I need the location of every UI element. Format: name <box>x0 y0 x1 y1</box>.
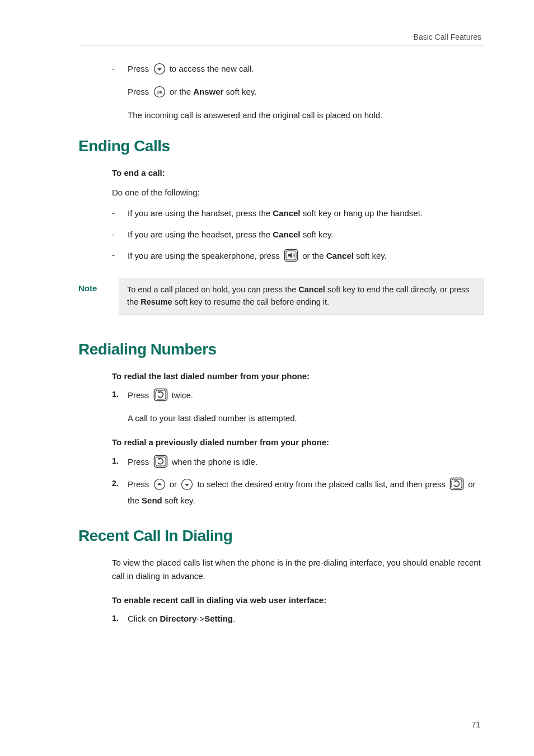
redial-sub2: To redial a previously dialed number fro… <box>112 436 484 449</box>
text: or the <box>170 87 194 96</box>
recent-paragraph: To view the placed calls list when the p… <box>112 556 484 582</box>
redial-button-icon <box>449 477 464 494</box>
heading-redialing-numbers: Redialing Numbers <box>78 340 484 358</box>
text: Press <box>128 64 152 73</box>
resume-softkey-label: Resume <box>140 297 172 306</box>
up-arrow-icon <box>153 478 166 494</box>
ok-button-icon <box>153 86 166 101</box>
step-number: 1. <box>112 389 119 401</box>
intro-line2: Press or the Answer soft key. <box>128 85 484 101</box>
redial-sub1: To redial the last dialed number from yo… <box>112 370 484 382</box>
step-number: 1. <box>112 455 119 468</box>
text: twice. <box>172 390 193 400</box>
recent-subheading: To enable recent call in dialing via web… <box>112 594 484 606</box>
text: . <box>233 614 235 623</box>
recent-body: To view the placed calls list when the p… <box>112 556 484 625</box>
text: Press <box>128 457 152 466</box>
header-title: Basic Call Features <box>414 32 481 41</box>
ending-item-headset: If you are using the headset, press the … <box>112 228 484 241</box>
intro-line3: The incoming call is answered and the or… <box>128 109 484 122</box>
text: soft key to resume the call before endin… <box>172 297 329 306</box>
text: If you are using the headset, press the <box>128 230 273 239</box>
redial1-result: A call to your last dialed number is att… <box>128 412 484 424</box>
redial2-step1: 1. Press when the phone is idle. <box>112 455 484 472</box>
heading-recent-call-in-dialing: Recent Call In Dialing <box>78 527 484 545</box>
text: If you are using the handset, press the <box>128 208 273 218</box>
text: -> <box>196 614 204 623</box>
cancel-softkey-label: Cancel <box>326 251 354 260</box>
ending-calls-body: To end a call: Do one of the following: … <box>112 166 484 265</box>
text: If you are using the speakerphone, press <box>128 251 282 260</box>
down-arrow-icon <box>153 63 166 78</box>
text: to access the new call. <box>170 64 254 73</box>
note-body: To end a call placed on hold, you can pr… <box>119 278 484 315</box>
text: Press <box>128 87 152 96</box>
text: soft key. <box>354 251 387 260</box>
answer-softkey-label: Answer <box>193 87 223 96</box>
text: when the phone is idle. <box>172 457 257 466</box>
ending-lead: Do one of the following: <box>112 186 484 199</box>
text: soft key. <box>226 87 257 96</box>
text: Click on <box>128 614 160 623</box>
redial2-step2: 2. Press or to select the desired entry … <box>112 477 484 507</box>
redial-body: To redial the last dialed number from yo… <box>112 370 484 507</box>
intro-item: Press to access the new call. Press or t… <box>112 62 484 122</box>
redial1-step1: 1. Press twice. A call to your last dial… <box>112 388 484 425</box>
redial-button-icon <box>153 388 168 405</box>
ending-item-speakerphone: If you are using the speakerphone, press… <box>112 249 484 265</box>
note-box: Note To end a call placed on hold, you c… <box>78 278 484 315</box>
text: Press <box>128 479 152 489</box>
step-number: 2. <box>112 478 119 490</box>
send-softkey-label: Send <box>142 496 162 505</box>
setting-label: Setting <box>204 614 233 623</box>
header-rule <box>78 45 484 45</box>
ending-subheading: To end a call: <box>112 166 484 179</box>
speaker-button-icon <box>284 249 298 265</box>
cancel-softkey-label: Cancel <box>273 230 300 239</box>
directory-label: Directory <box>160 614 197 623</box>
redial-button-icon <box>153 455 168 472</box>
intro-block: Press to access the new call. Press or t… <box>112 62 484 122</box>
text: To end a call placed on hold, you can pr… <box>127 285 298 294</box>
cancel-softkey-label: Cancel <box>298 285 325 294</box>
text: to select the desired entry from the pla… <box>197 479 448 489</box>
page: Basic Call Features Press to access the … <box>0 0 534 756</box>
heading-ending-calls: Ending Calls <box>78 137 484 155</box>
text: soft key or hang up the handset. <box>301 208 423 218</box>
text: or the <box>302 251 326 260</box>
ending-item-handset: If you are using the handset, press the … <box>112 207 484 220</box>
page-number: 71 <box>471 720 480 729</box>
text: Press <box>128 390 152 400</box>
text: or <box>170 479 180 489</box>
cancel-softkey-label: Cancel <box>273 208 300 218</box>
down-arrow-icon <box>181 478 193 494</box>
note-label: Note <box>78 278 106 293</box>
text: soft key. <box>301 230 334 239</box>
step-number: 1. <box>112 613 119 625</box>
text: soft key. <box>162 496 195 505</box>
recent-step1: 1. Click on Directory->Setting. <box>112 612 484 625</box>
page-header: Basic Call Features <box>78 32 484 41</box>
